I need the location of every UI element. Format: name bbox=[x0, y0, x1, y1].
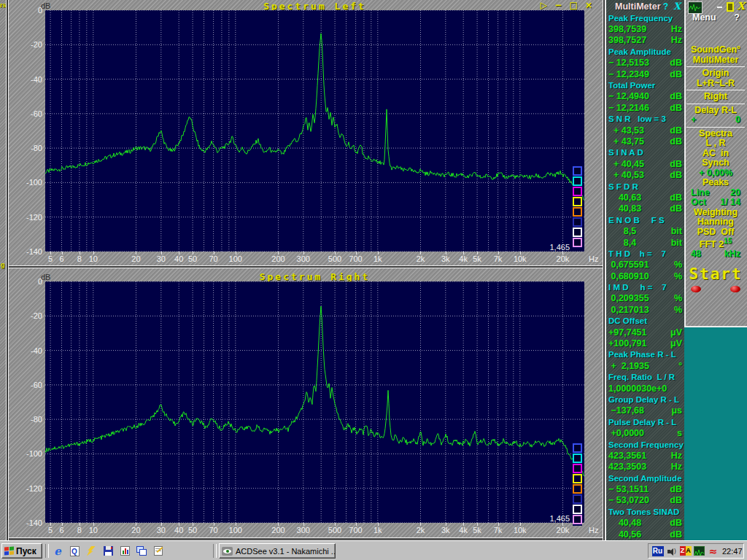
trace-marker[interactable] bbox=[573, 484, 582, 494]
spectrum-plot-left[interactable]: 1,465 bbox=[45, 10, 584, 252]
trace-marker[interactable] bbox=[573, 238, 582, 247]
x-axis-unit: Hz bbox=[589, 254, 598, 263]
readout-value-row: + 40,45dB bbox=[606, 158, 685, 169]
y-tick-label: -20 bbox=[13, 40, 42, 49]
weighting-label[interactable]: Weighting bbox=[686, 208, 746, 218]
readout-unit: dB bbox=[670, 484, 685, 494]
origin-mode-button[interactable]: L+R~L-R bbox=[686, 79, 746, 89]
octave-value[interactable]: Oct1/ 14 bbox=[686, 198, 746, 208]
trace-marker[interactable] bbox=[573, 454, 582, 463]
close-icon[interactable]: × bbox=[585, 0, 592, 10]
readout-value: 1,0000030e+0 bbox=[606, 384, 667, 394]
trace-marker[interactable] bbox=[573, 207, 582, 217]
notes-icon[interactable] bbox=[152, 545, 165, 557]
readout-label-row: Second Frequency bbox=[606, 439, 685, 450]
channel-button[interactable]: Right bbox=[686, 92, 746, 102]
waves-tray-icon[interactable]: ≈ bbox=[707, 545, 719, 556]
swap-icon[interactable] bbox=[135, 545, 148, 557]
trace-marker[interactable] bbox=[573, 197, 582, 206]
start-button[interactable]: Пуск bbox=[1, 543, 42, 559]
multimeter-button[interactable]: MultiMeter bbox=[686, 55, 746, 66]
quickview-icon[interactable]: Q bbox=[68, 545, 81, 557]
soundgen-button[interactable]: SoundGen° bbox=[686, 45, 746, 55]
delay-label[interactable]: Delay R-L bbox=[686, 106, 746, 116]
trace-marker[interactable] bbox=[573, 505, 582, 514]
minimize-icon[interactable]: − bbox=[554, 0, 562, 10]
menu-button[interactable]: Menu bbox=[692, 12, 716, 23]
delay-value[interactable]: +0 bbox=[686, 115, 746, 125]
origin-label[interactable]: Origin bbox=[686, 69, 746, 79]
x-tick-label: 20k bbox=[557, 254, 570, 263]
maximize-icon[interactable] bbox=[727, 2, 734, 12]
multimeter-title: MultiMeter bbox=[615, 1, 661, 12]
trace-marker[interactable] bbox=[573, 464, 582, 473]
readout-unit: % bbox=[674, 260, 685, 270]
synch-button[interactable]: Synch bbox=[686, 158, 746, 168]
readout-unit: dB bbox=[670, 103, 685, 113]
close-icon[interactable]: X bbox=[737, 0, 745, 12]
minimize-icon[interactable] bbox=[717, 7, 722, 8]
trace-marker[interactable] bbox=[573, 166, 582, 176]
readout-unit: dB bbox=[670, 136, 685, 147]
readout-value-row: − 53,1511dB bbox=[606, 483, 685, 494]
separator bbox=[686, 102, 746, 106]
fft-size-button[interactable]: FFT 215 bbox=[686, 237, 746, 249]
floppy-icon[interactable] bbox=[101, 545, 115, 557]
trace-marker[interactable] bbox=[573, 474, 582, 483]
trace-marker[interactable] bbox=[573, 187, 582, 196]
readout-value-row: 40,63dB bbox=[606, 192, 685, 203]
peaks-button[interactable]: Peaks bbox=[686, 178, 746, 188]
trace-marker[interactable] bbox=[573, 228, 582, 237]
help-icon[interactable]: ? bbox=[663, 1, 668, 12]
help-button[interactable]: ? bbox=[734, 12, 740, 23]
x-tick-label: 20 bbox=[131, 526, 140, 534]
readout-unit: % bbox=[674, 293, 685, 303]
spectrum-tray-icon[interactable] bbox=[693, 545, 705, 556]
x-tick-label: 7k bbox=[494, 526, 503, 534]
readout-label-row: S N R low = 3 bbox=[606, 114, 685, 125]
y-tick-label: -60 bbox=[13, 109, 42, 118]
samplerate-value[interactable]: 48kHz bbox=[686, 249, 746, 260]
readout-label: DC Offset bbox=[606, 316, 647, 325]
synch-value[interactable]: + 0,00% bbox=[686, 168, 746, 179]
keyboard-layout-indicator[interactable]: Ru bbox=[651, 545, 664, 556]
y-tick-label: 0 bbox=[13, 277, 42, 286]
bolt-icon[interactable] bbox=[85, 545, 98, 557]
spectrum-plot-right[interactable]: 1,465 bbox=[45, 281, 584, 523]
chart-icon[interactable] bbox=[118, 545, 131, 557]
close-icon[interactable]: X bbox=[673, 1, 681, 12]
readout-value-row: 40,83dB bbox=[606, 203, 685, 214]
play-icon[interactable]: ▷ bbox=[541, 0, 547, 10]
readout-unit: dB bbox=[670, 159, 685, 169]
trace-marker[interactable] bbox=[573, 443, 582, 453]
weighting-button[interactable]: Hanning bbox=[686, 217, 746, 228]
readout-label: Total Power bbox=[606, 81, 655, 90]
start-button[interactable]: Start bbox=[686, 265, 746, 284]
trace-marker[interactable] bbox=[573, 176, 582, 186]
readout-value-row: + 43,75dB bbox=[606, 136, 685, 147]
ie-icon[interactable]: e bbox=[51, 545, 64, 557]
spectra-button[interactable]: Spectra bbox=[686, 129, 746, 139]
line-value[interactable]: Line20 bbox=[686, 188, 746, 198]
taskbar-clock[interactable]: 22:47 bbox=[722, 547, 743, 556]
readout-value-row: 0,675591% bbox=[606, 260, 685, 271]
readout-value-row: 40,48dB bbox=[606, 518, 685, 529]
chart-window-controls: ▷ − □ × bbox=[536, 0, 592, 10]
za-tray-icon[interactable]: ZA bbox=[679, 545, 692, 556]
y-tick-label: -60 bbox=[13, 381, 42, 389]
spectrum-right-panel: Spectrum Right dB 1,465 0-20-40-60-80-10… bbox=[9, 267, 603, 540]
trace-marker[interactable] bbox=[573, 217, 582, 227]
ac-in-button[interactable]: AC in bbox=[686, 149, 746, 159]
volume-tray-icon[interactable]: ) bbox=[665, 545, 678, 556]
task-button-acdsee[interactable]: ACDSee v3.1 - Nakamichi ... bbox=[219, 543, 336, 559]
y-axis-unit: dB bbox=[41, 1, 50, 10]
readout-value: 40,83 bbox=[606, 203, 641, 214]
trace-marker[interactable] bbox=[573, 515, 582, 524]
control-panel-items: SoundGen°MultiMeterOriginL+R~L-RRightDel… bbox=[686, 23, 746, 298]
psd-button[interactable]: PSD Off bbox=[686, 228, 746, 238]
acdsee-eye-icon bbox=[222, 547, 233, 556]
trace-marker[interactable] bbox=[573, 494, 582, 504]
x-tick-label: 8 bbox=[77, 526, 82, 534]
maximize-icon[interactable]: □ bbox=[569, 0, 577, 10]
spectra-channels-button[interactable]: L , R bbox=[686, 139, 746, 149]
